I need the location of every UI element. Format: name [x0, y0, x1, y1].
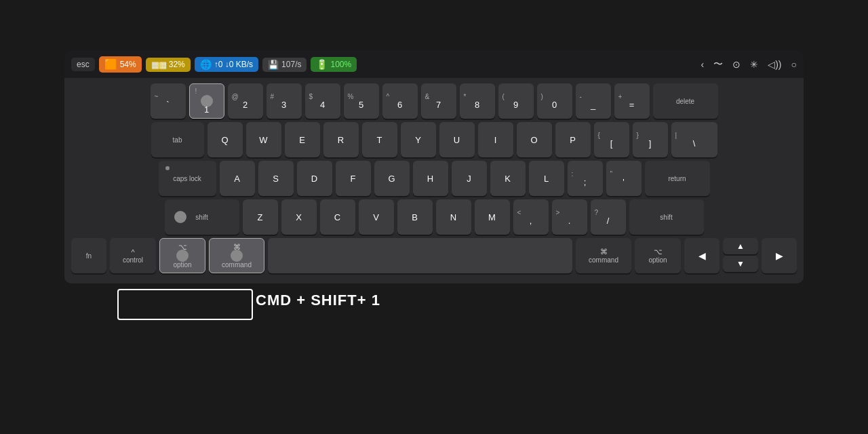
key-m[interactable]: M — [475, 199, 510, 235]
key-rbracket[interactable]: } ] — [633, 122, 668, 157]
key-q[interactable]: Q — [208, 122, 243, 157]
key-n[interactable]: N — [436, 199, 471, 235]
key-backslash[interactable]: | \ — [671, 122, 717, 157]
volume-icon[interactable]: ◁)) — [768, 59, 781, 70]
key-b[interactable]: B — [397, 199, 433, 235]
key-row-5: fn ^ control ⌥ option ⌘ command ⌘ comman… — [71, 238, 797, 273]
ram-indicator[interactable]: ▦▦ 32% — [146, 58, 191, 72]
key-command-right[interactable]: ⌘ command — [576, 238, 631, 273]
arrow-up-down-col: ▲ ▼ — [723, 238, 758, 273]
key-quote[interactable]: " ' — [606, 161, 642, 196]
caps-lock-indicator — [165, 166, 170, 170]
key-slash[interactable]: ? / — [591, 199, 626, 235]
key-l[interactable]: L — [529, 161, 564, 196]
key-option-left[interactable]: ⌥ option — [159, 238, 205, 273]
key-h[interactable]: H — [413, 161, 448, 196]
key-arrow-right[interactable]: ▶ — [762, 238, 797, 273]
key-caps-lock[interactable]: caps lock — [159, 161, 216, 196]
disk-speed: 107/s — [281, 60, 301, 69]
key-8[interactable]: * 8 — [460, 83, 495, 119]
brightness-icon[interactable]: ✳ — [750, 59, 758, 70]
key-9[interactable]: ( 9 — [498, 83, 534, 119]
key-o[interactable]: O — [517, 122, 552, 157]
tooltip-text: CMD + SHIFT+ 1 — [256, 292, 380, 309]
key-g[interactable]: G — [374, 161, 410, 196]
power-icon[interactable]: ○ — [791, 59, 797, 70]
key-comma[interactable]: < , — [513, 199, 549, 235]
shift-press-indicator — [174, 211, 186, 223]
key-x[interactable]: X — [281, 199, 317, 235]
audio-wave-icon[interactable]: 〜 — [713, 58, 723, 71]
key-u[interactable]: U — [439, 122, 475, 157]
key-shift-left[interactable]: shift — [165, 199, 239, 235]
key-c[interactable]: C — [320, 199, 355, 235]
key-4[interactable]: $ 4 — [305, 83, 340, 119]
key-y[interactable]: Y — [401, 122, 436, 157]
key-shift-right[interactable]: shift — [629, 199, 704, 235]
key-w[interactable]: W — [246, 122, 281, 157]
key-space[interactable] — [268, 238, 572, 273]
key-f[interactable]: F — [336, 161, 371, 196]
key-period[interactable]: > . — [552, 199, 587, 235]
key-option-right[interactable]: ⌥ option — [635, 238, 681, 273]
key-row-3: caps lock A S D F G H J K L : ; " ' retu… — [71, 161, 797, 196]
key-7[interactable]: & 7 — [421, 83, 456, 119]
network-speed: ↑0 ↓0 KB/s — [214, 60, 253, 69]
key-k[interactable]: K — [490, 161, 526, 196]
key-i[interactable]: I — [478, 122, 513, 157]
battery-indicator[interactable]: 🔋 100% — [311, 57, 357, 72]
cpu-percent: 54% — [120, 60, 136, 69]
key-arrow-up[interactable]: ▲ — [723, 238, 758, 254]
key-arrow-left[interactable]: ◀ — [684, 238, 719, 273]
keyboard: ~ ` ! 1 @ 2 # 3 $ 4 % 5 ^ 6 & 7 — [64, 78, 804, 283]
ram-percent: 32% — [169, 60, 185, 69]
key-backtick[interactable]: ~ ` — [151, 83, 186, 119]
key-j[interactable]: J — [452, 161, 487, 196]
menubar-left: esc 🟧 54% ▦▦ 32% 🌐 ↑0 ↓0 KB/s 💾 107/s 🔋 … — [71, 56, 357, 73]
key-lbracket[interactable]: { [ — [594, 122, 629, 157]
esc-label: esc — [77, 60, 90, 69]
camera-icon[interactable]: ⊙ — [732, 59, 741, 70]
cpu-indicator[interactable]: 🟧 54% — [99, 56, 142, 73]
key-z[interactable]: Z — [243, 199, 278, 235]
key-5[interactable]: % 5 — [344, 83, 379, 119]
key-p[interactable]: P — [555, 122, 591, 157]
key-tab[interactable]: tab — [151, 122, 204, 157]
key-a[interactable]: A — [220, 161, 255, 196]
key-t[interactable]: T — [362, 122, 397, 157]
disk-indicator[interactable]: 💾 107/s — [262, 58, 307, 72]
key-2[interactable]: @ 2 — [228, 83, 263, 119]
key-d[interactable]: D — [297, 161, 332, 196]
key-minus[interactable]: - _ — [576, 83, 611, 119]
key-0[interactable]: ) 0 — [537, 83, 572, 119]
menubar: esc 🟧 54% ▦▦ 32% 🌐 ↑0 ↓0 KB/s 💾 107/s 🔋 … — [64, 51, 804, 78]
key-semicolon[interactable]: : ; — [568, 161, 603, 196]
tooltip-box — [117, 289, 253, 320]
key-row-4: shift Z X C V B N M < , > . ? / shift — [71, 199, 797, 235]
back-icon[interactable]: ‹ — [701, 59, 705, 70]
key-r[interactable]: R — [323, 122, 359, 157]
key-return[interactable]: return — [645, 161, 710, 196]
menubar-right: ‹ 〜 ⊙ ✳ ◁)) ○ — [701, 58, 797, 71]
key-delete[interactable]: delete — [653, 83, 718, 119]
key-command-left[interactable]: ⌘ command — [209, 238, 264, 273]
battery-percent: 100% — [330, 60, 351, 69]
key-fn[interactable]: fn — [71, 238, 106, 273]
esc-button[interactable]: esc — [71, 58, 95, 71]
key-e[interactable]: E — [285, 122, 320, 157]
key-row-1: ~ ` ! 1 @ 2 # 3 $ 4 % 5 ^ 6 & 7 — [71, 83, 797, 119]
key-row-2: tab Q W E R T Y U I O P { [ } ] | \ — [71, 122, 797, 157]
key-3[interactable]: # 3 — [267, 83, 302, 119]
key-6[interactable]: ^ 6 — [382, 83, 418, 119]
key-1[interactable]: ! 1 — [189, 83, 224, 119]
key-arrow-down[interactable]: ▼ — [723, 256, 758, 272]
key-s[interactable]: S — [258, 161, 294, 196]
network-indicator[interactable]: 🌐 ↑0 ↓0 KB/s — [195, 57, 258, 72]
key-v[interactable]: V — [359, 199, 394, 235]
key-control-left[interactable]: ^ control — [110, 238, 156, 273]
key-equals[interactable]: + = — [614, 83, 650, 119]
